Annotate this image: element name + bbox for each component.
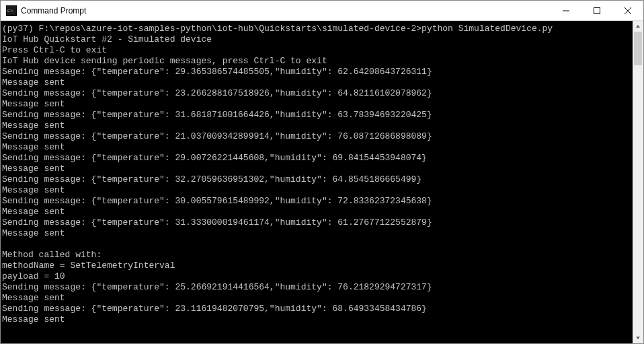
message-sent-line: Message sent [2,77,629,88]
app-title-line: IoT Hub Quickstart #2 - Simulated device [2,34,629,45]
sending-message-line: Sending message: {"temperature": 31.6818… [2,110,629,121]
command-prompt-window: C:\ Command Prompt (py37) F:\repos\azure… [0,0,644,344]
scrollbar-track[interactable] [633,32,643,333]
cmd-icon: C:\ [6,5,17,16]
message-sent-line: Message sent [2,99,629,110]
terminal-output[interactable]: (py37) F:\repos\azure-iot-samples-python… [1,21,633,343]
window-title: Command Prompt [21,6,551,15]
exit-hint-line: Press Ctrl-C to exit [2,45,629,56]
message-sent-line: Message sent [2,207,629,217]
sending-message-line: Sending message: {"temperature": 29.0072… [2,153,629,164]
message-sent-line: Message sent [2,185,629,196]
message-sent-line: Message sent [2,314,629,325]
message-sent-line: Message sent [2,164,629,174]
payload-line: payload = 10 [2,271,629,282]
vertical-scrollbar[interactable] [633,21,643,343]
sending-message-line: Sending message: {"temperature": 31.3330… [2,217,629,228]
console-area: (py37) F:\repos\azure-iot-samples-python… [1,21,643,343]
scroll-down-button[interactable] [633,333,643,343]
sending-message-line: Sending message: {"temperature": 30.0055… [2,196,629,207]
message-sent-line: Message sent [2,142,629,153]
svg-marker-7 [636,25,640,28]
method-name-line: methodName = SetTelemetryInterval [2,261,629,271]
close-button[interactable] [612,1,643,21]
svg-marker-8 [636,337,640,339]
sending-message-line: Sending message: {"temperature": 23.2662… [2,88,629,99]
sending-message-line: Sending message: {"temperature": 25.2669… [2,282,629,293]
message-sent-line: Message sent [2,228,629,239]
titlebar[interactable]: C:\ Command Prompt [1,1,643,21]
prompt-line: (py37) F:\repos\azure-iot-samples-python… [2,24,629,34]
message-sent-line: Message sent [2,121,629,131]
message-sent-line: Message sent [2,293,629,304]
blank-line [2,239,629,250]
maximize-button[interactable] [581,1,612,21]
scrollbar-thumb[interactable] [634,32,642,65]
window-controls [551,1,643,20]
sending-message-line: Sending message: {"temperature": 23.1161… [2,304,629,314]
method-called-line: Method called with: [2,250,629,261]
svg-rect-4 [594,8,600,14]
device-sending-line: IoT Hub device sending periodic messages… [2,56,629,67]
minimize-button[interactable] [551,1,581,21]
scroll-up-button[interactable] [633,21,643,32]
svg-text:C:\: C:\ [7,8,13,13]
sending-message-line: Sending message: {"temperature": 32.2705… [2,174,629,185]
sending-message-line: Sending message: {"temperature": 29.3653… [2,67,629,77]
sending-message-line: Sending message: {"temperature": 21.0370… [2,131,629,142]
